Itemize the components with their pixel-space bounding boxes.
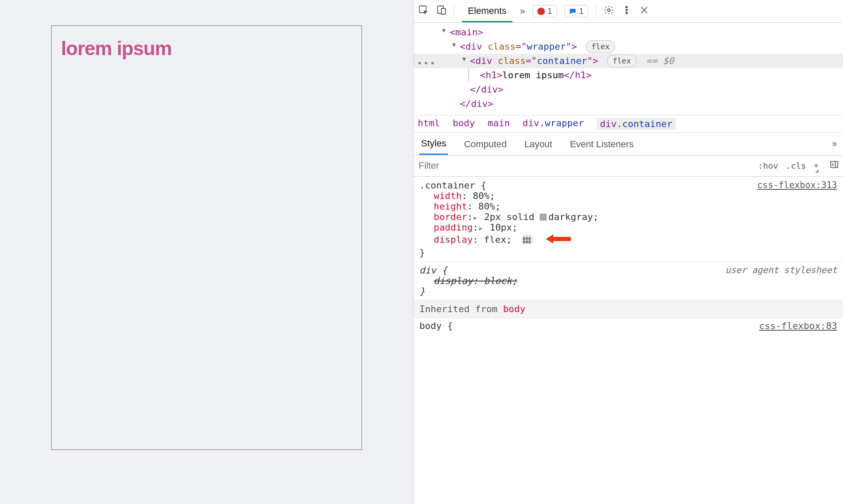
dropdown-caret-icon: ◢ <box>815 168 819 173</box>
kebab-menu-icon[interactable] <box>622 5 632 18</box>
decl-width[interactable]: width: 80%; <box>419 191 837 201</box>
inherited-label: Inherited from <box>419 304 503 314</box>
tag-h1-open: <h1> <box>480 70 502 80</box>
tag-close: "> <box>587 56 598 66</box>
toggle-sidebar-icon[interactable] <box>830 160 839 172</box>
tab-elements[interactable]: Elements <box>462 0 512 22</box>
crumb-html[interactable]: html <box>418 118 440 130</box>
prop-value-color: darkgray; <box>548 212 598 222</box>
styles-filter-input[interactable] <box>413 160 754 171</box>
attr-value: container <box>537 56 587 66</box>
decl-display-flex[interactable]: display: flex; <box>419 233 837 247</box>
prop-value: : flex; <box>473 234 512 244</box>
tag-main-open: <main> <box>450 27 483 37</box>
tag-open: <div <box>460 41 488 52</box>
crumb-wrapper[interactable]: div.wrapper <box>523 118 584 130</box>
inherited-from-element[interactable]: body <box>503 304 526 314</box>
svg-rect-2 <box>441 8 446 14</box>
prop-name: display <box>434 234 473 244</box>
svg-rect-11 <box>526 237 528 240</box>
annotation-arrow-icon <box>546 233 571 247</box>
crumb-main[interactable]: main <box>488 118 510 130</box>
crumb-container-selected[interactable]: div.container <box>597 118 676 130</box>
message-icon <box>569 8 576 15</box>
decl-border[interactable]: border:▶ 2px solid darkgray; <box>419 212 837 222</box>
decl-height[interactable]: height: 80%; <box>419 201 837 212</box>
disclosure-triangle-icon[interactable]: ▼ <box>442 26 446 35</box>
more-subtabs-icon[interactable]: » <box>832 133 837 154</box>
decl-padding[interactable]: padding:▶ 10px; <box>419 222 837 233</box>
prop-colon: : <box>473 222 478 233</box>
decl-display-block-overridden: display: block; <box>419 276 837 286</box>
prop-value: : 80%; <box>462 191 495 201</box>
crumb-body[interactable]: body <box>453 118 475 130</box>
dom-node-container-selected[interactable]: ••• ▼ <div class="container"> flex == $0 <box>413 54 843 68</box>
crumb-el: div <box>600 119 617 129</box>
styles-pane: css-flexbox:313 .container { width: 80%;… <box>413 177 843 504</box>
attr-name: class <box>498 56 526 66</box>
dom-node-h1[interactable]: <h1>lorem ipsum</h1> <box>413 68 843 82</box>
flexbox-editor-icon[interactable] <box>522 235 533 244</box>
settings-gear-icon[interactable] <box>604 5 614 18</box>
svg-point-6 <box>626 9 627 11</box>
attr-eq: =" <box>515 41 527 52</box>
svg-rect-12 <box>528 237 531 240</box>
rule-source-link[interactable]: css-flexbox:313 <box>757 180 837 190</box>
prop-value: 2px solid <box>479 212 540 222</box>
toolbar-separator <box>596 5 596 18</box>
dom-node-wrapper[interactable]: ▼ <div class="wrapper"> flex <box>413 40 843 54</box>
inspect-icon[interactable] <box>419 5 429 18</box>
disclosure-triangle-icon[interactable]: ▼ <box>462 55 466 64</box>
prop-name: width <box>434 191 462 201</box>
h1-text: lorem ipsum <box>502 70 564 80</box>
svg-rect-10 <box>523 237 525 240</box>
shorthand-expand-icon[interactable]: ▶ <box>479 225 483 231</box>
rule-container[interactable]: css-flexbox:313 .container { width: 80%;… <box>413 177 843 262</box>
tag-open: <div <box>470 56 498 66</box>
cls-toggle[interactable]: .cls <box>786 161 806 171</box>
prop-value: : 80%; <box>467 201 500 212</box>
close-devtools-icon[interactable] <box>639 5 649 18</box>
attr-value: wrapper <box>527 41 566 52</box>
device-toggle-icon[interactable] <box>436 5 446 18</box>
devtools-panel: Elements » 1 1 ▼ <main> ▼ <div class="wr… <box>413 0 843 504</box>
tag-div-close: </div> <box>460 98 493 109</box>
prop-colon: : <box>467 212 472 222</box>
disclosure-triangle-icon[interactable]: ▼ <box>452 40 456 50</box>
tag-div-close: </div> <box>470 84 503 95</box>
inherited-from-row: Inherited from body <box>413 300 843 318</box>
dom-tree[interactable]: ▼ <main> ▼ <div class="wrapper"> flex ••… <box>413 23 843 115</box>
breadcrumb: html body main div.wrapper div.container <box>413 115 843 133</box>
dom-node-main[interactable]: ▼ <main> <box>413 25 843 40</box>
rule-body-peek[interactable]: body { css-flexbox:83 <box>413 318 843 331</box>
tab-styles[interactable]: Styles <box>419 133 448 155</box>
container-box: lorem ipsum <box>51 25 362 450</box>
hov-toggle[interactable]: :hov <box>758 161 778 171</box>
rule-div-ua[interactable]: user agent stylesheet div { display: blo… <box>413 262 843 300</box>
crumb-cls: .container <box>616 119 672 129</box>
prop-name: height <box>434 201 467 212</box>
crumb-el: div <box>523 118 539 128</box>
errors-count: 1 <box>547 6 552 16</box>
color-swatch-icon[interactable] <box>540 214 547 220</box>
svg-point-4 <box>608 9 610 11</box>
tab-layout[interactable]: Layout <box>523 134 554 154</box>
rule-source-link[interactable]: css-flexbox:83 <box>759 321 837 331</box>
errors-badge[interactable]: 1 <box>533 5 557 17</box>
dom-node-container-close[interactable]: </div> <box>413 82 843 97</box>
svg-point-5 <box>626 6 627 8</box>
new-rule-button[interactable]: +◢ <box>814 161 822 171</box>
prop-name: padding <box>434 222 473 233</box>
rule-close-brace: } <box>419 247 837 258</box>
flex-badge[interactable]: flex <box>586 40 615 53</box>
dom-node-wrapper-close[interactable]: </div> <box>413 97 843 111</box>
tab-event-listeners[interactable]: Event Listeners <box>568 134 635 154</box>
messages-count: 1 <box>579 6 584 16</box>
shorthand-expand-icon[interactable]: ▶ <box>474 215 477 221</box>
rule-source-ua: user agent stylesheet <box>725 265 837 275</box>
devtools-toolbar: Elements » 1 1 <box>413 0 843 23</box>
tab-computed[interactable]: Computed <box>462 134 509 154</box>
messages-badge[interactable]: 1 <box>564 5 588 17</box>
more-tabs-icon[interactable]: » <box>520 1 525 21</box>
flex-badge[interactable]: flex <box>607 55 636 67</box>
